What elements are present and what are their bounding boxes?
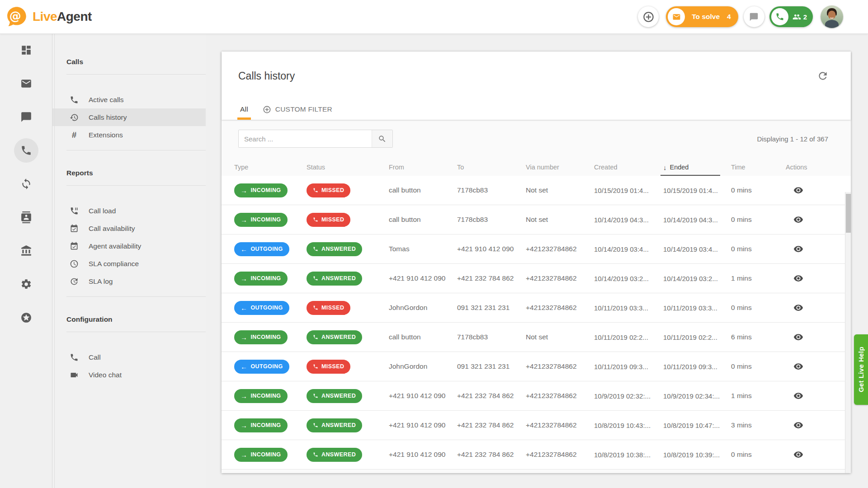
column-header-type[interactable]: Type bbox=[234, 159, 307, 176]
phone-icon bbox=[313, 393, 318, 399]
type-badge: ← OUTGOING bbox=[234, 360, 289, 374]
add-new-button[interactable] bbox=[638, 6, 659, 27]
view-call-button[interactable] bbox=[786, 450, 811, 460]
view-call-button[interactable] bbox=[786, 303, 811, 313]
table-scrollbar[interactable] bbox=[845, 192, 851, 473]
rail-item-company[interactable] bbox=[0, 234, 52, 267]
cell-status: MISSED bbox=[307, 360, 389, 374]
cell-to: +421 232 784 862 bbox=[457, 392, 526, 400]
rail-item-contacts[interactable] bbox=[0, 201, 52, 234]
rail-item-settings[interactable] bbox=[0, 267, 52, 301]
column-header-actions[interactable]: Actions bbox=[786, 159, 827, 176]
cell-created: 10/11/2019 02:2... bbox=[594, 333, 663, 341]
menu-item-call-availability[interactable]: Call availability bbox=[52, 220, 206, 237]
agents-online-count: 2 bbox=[803, 13, 807, 21]
cell-type: → INCOMING bbox=[234, 183, 307, 197]
tab-custom-filter[interactable]: CUSTOM FILTER bbox=[255, 99, 340, 120]
view-call-button[interactable] bbox=[786, 361, 811, 371]
menu-item-sla-compliance[interactable]: SLA compliance bbox=[52, 255, 206, 272]
view-call-button[interactable] bbox=[786, 185, 811, 195]
user-avatar[interactable] bbox=[821, 5, 843, 28]
column-header-time[interactable]: Time bbox=[731, 159, 786, 176]
cell-created: 10/11/2019 03:3... bbox=[594, 304, 663, 312]
rail-item-tickets[interactable] bbox=[0, 67, 52, 100]
get-live-help-tab[interactable]: Get Live Help bbox=[854, 334, 868, 405]
column-label: Time bbox=[731, 164, 745, 171]
calls-history-panel: Calls history AllCUSTOM FILTER Displayin… bbox=[222, 52, 851, 473]
to-solve-button[interactable]: To solve 4 bbox=[666, 6, 738, 27]
cell-created: 10/8/2019 10:43:... bbox=[594, 422, 663, 429]
table-row[interactable]: ← OUTGOING MISSED JohnGordon 091 321 231… bbox=[222, 352, 851, 381]
cell-to: +421 910 412 090 bbox=[457, 245, 526, 253]
arrow-right-icon: → bbox=[241, 451, 247, 458]
menu-item-sla-log[interactable]: SLA log bbox=[52, 272, 206, 290]
eye-icon bbox=[793, 361, 803, 371]
scrollbar-thumb[interactable] bbox=[846, 194, 851, 233]
eye-icon bbox=[793, 391, 803, 401]
table-row[interactable]: → INCOMING ANSWERED call button 7178cb83… bbox=[222, 323, 851, 352]
view-call-button[interactable] bbox=[786, 215, 811, 225]
cell-via-number: +421232784862 bbox=[526, 274, 594, 282]
cell-time: 0 mins bbox=[731, 362, 786, 371]
cell-status: MISSED bbox=[307, 213, 389, 227]
table-row[interactable]: → INCOMING ANSWERED +421 910 412 090 +42… bbox=[222, 440, 851, 469]
column-header-to[interactable]: To bbox=[457, 159, 526, 176]
menu-section-title: Configuration bbox=[66, 314, 206, 325]
cell-actions bbox=[786, 391, 827, 401]
active-calls-button[interactable]: 2 bbox=[769, 6, 813, 27]
search-input[interactable] bbox=[239, 130, 372, 147]
rail-item-dashboard[interactable] bbox=[0, 33, 52, 67]
rail-item-calls[interactable] bbox=[0, 134, 52, 167]
column-header-ended[interactable]: ↓Ended bbox=[663, 159, 731, 176]
view-call-button[interactable] bbox=[786, 273, 811, 283]
column-header-created[interactable]: Created bbox=[594, 159, 663, 176]
column-header-via-number[interactable]: Via number bbox=[526, 159, 594, 176]
cell-from: call button bbox=[389, 186, 457, 194]
rail-item-features[interactable] bbox=[0, 301, 52, 334]
menu-item-agent-availability[interactable]: Agent availability bbox=[52, 237, 206, 255]
column-label: From bbox=[389, 164, 404, 171]
gear-icon bbox=[20, 278, 32, 290]
menu-item-extensions[interactable]: #Extensions bbox=[52, 126, 206, 144]
cell-ended: 10/8/2019 10:39:... bbox=[663, 451, 731, 459]
rail-item-chats[interactable] bbox=[0, 100, 52, 134]
menu-item-video-chat[interactable]: Video chat bbox=[52, 366, 206, 384]
history-icon bbox=[70, 113, 79, 122]
search-button[interactable] bbox=[372, 130, 392, 147]
cell-type: → INCOMING bbox=[234, 448, 307, 462]
refresh-button[interactable] bbox=[815, 68, 830, 84]
cell-actions bbox=[786, 332, 827, 342]
cell-to: +421 232 784 862 bbox=[457, 274, 526, 282]
table-row[interactable]: → INCOMING ANSWERED +421 910 412 090 +42… bbox=[222, 411, 851, 440]
bank-icon bbox=[20, 245, 32, 257]
cell-via-number: +421232784862 bbox=[526, 304, 594, 312]
cell-from: JohnGordon bbox=[389, 362, 457, 371]
column-header-status[interactable]: Status bbox=[307, 159, 389, 176]
cell-type: → INCOMING bbox=[234, 272, 307, 286]
menu-item-call-load[interactable]: Call load bbox=[52, 202, 206, 220]
chats-button[interactable] bbox=[744, 6, 764, 27]
view-call-button[interactable] bbox=[786, 244, 811, 254]
table-rows: → INCOMING MISSED call button 7178cb83 N… bbox=[222, 176, 851, 469]
view-call-button[interactable] bbox=[786, 332, 811, 342]
table-row[interactable]: ← OUTGOING ANSWERED Tomas +421 910 412 0… bbox=[222, 235, 851, 264]
view-call-button[interactable] bbox=[786, 391, 811, 401]
menu-item-active-calls[interactable]: Active calls bbox=[52, 91, 206, 108]
view-call-button[interactable] bbox=[786, 420, 811, 430]
menu-item-call[interactable]: Call bbox=[52, 348, 206, 366]
menu-item-calls-history[interactable]: Calls history bbox=[52, 108, 206, 126]
calls-circle bbox=[771, 8, 788, 25]
eye-icon bbox=[793, 332, 803, 342]
arrow-left-icon: ← bbox=[241, 363, 247, 370]
page-title: Calls history bbox=[238, 70, 295, 82]
rail-item-sync[interactable] bbox=[0, 167, 52, 201]
tab-all[interactable]: All bbox=[233, 99, 255, 120]
table-row[interactable]: → INCOMING ANSWERED +421 910 412 090 +42… bbox=[222, 381, 851, 411]
table-row[interactable]: → INCOMING MISSED call button 7178cb83 N… bbox=[222, 176, 851, 205]
column-header-from[interactable]: From bbox=[389, 159, 457, 176]
table-row[interactable]: ← OUTGOING MISSED JohnGordon 091 321 231… bbox=[222, 293, 851, 323]
table-row[interactable]: → INCOMING ANSWERED +421 910 412 090 +42… bbox=[222, 264, 851, 293]
table-row[interactable]: → INCOMING MISSED call button 7178cb83 N… bbox=[222, 205, 851, 235]
event_available-icon bbox=[70, 224, 79, 233]
cell-created: 10/9/2019 02:32:... bbox=[594, 392, 663, 400]
